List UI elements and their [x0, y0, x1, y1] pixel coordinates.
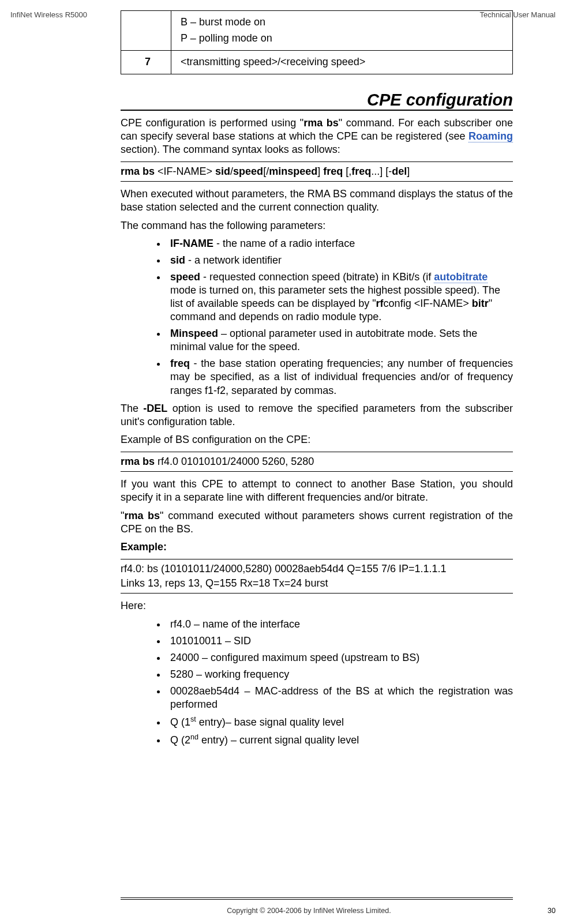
output-list: rf4.0 – name of the interface 101010011 … — [121, 618, 513, 747]
out-q2: Q (2nd entry) – current signal quality l… — [167, 733, 513, 747]
page-content: B – burst mode on P – polling mode on 7 … — [121, 10, 556, 752]
cmd-output-line-2: Links 13, reps 13, Q=155 Rx=18 Tx=24 bur… — [121, 576, 513, 591]
param-freq: freq - the base station operating freque… — [167, 357, 513, 397]
page-number: 30 — [548, 907, 556, 915]
para-2: When executed without parameters, the RM… — [121, 187, 513, 215]
para-4: The -DEL option is used to remove the sp… — [121, 402, 513, 429]
footer-copyright: Copyright © 2004-2006 by InfiNet Wireles… — [0, 907, 566, 915]
out-mac: 00028aeb54d4 – MAC-address of the BS at … — [167, 685, 513, 711]
p1e: section). The command syntax looks as fo… — [121, 144, 340, 155]
para-9: Here: — [121, 599, 513, 613]
out-freq: 5280 – working frequency — [167, 668, 513, 681]
row0-text1: B – burst mode on — [181, 14, 507, 31]
section-title: CPE configuration — [121, 91, 513, 111]
command-syntax-1: rma bs <IF-NAME> sid/speed[/minspeed] fr… — [121, 161, 513, 182]
row0-col0 — [121, 11, 171, 51]
autobitrate-link[interactable]: autobitrate — [434, 271, 488, 283]
row1-col0: 7 — [121, 50, 171, 74]
command-output: rf4.0: bs (10101011/24000,5280) 00028aeb… — [121, 559, 513, 594]
param-list: IF-NAME - the name of a radio interface … — [121, 237, 513, 397]
out-sid: 101010011 – SID — [167, 634, 513, 648]
param-speed: speed - requested connection speed (bitr… — [167, 271, 513, 324]
out-speed: 24000 – configured maximum speed (upstre… — [167, 651, 513, 664]
row0-col1: B – burst mode on P – polling mode on — [171, 11, 513, 51]
p1b: rma bs — [303, 117, 339, 129]
para-1: CPE configuration is performed using "rm… — [121, 117, 513, 157]
row1-col1: <transmitting speed>/<receiving speed> — [171, 50, 513, 74]
header-left: InfiNet Wireless R5000 — [10, 10, 87, 19]
mode-table: B – burst mode on P – polling mode on 7 … — [121, 10, 513, 74]
param-minspeed: Minspeed – optional parameter used in au… — [167, 327, 513, 354]
p1a: CPE configuration is performed using " — [121, 117, 303, 129]
footer-rule — [121, 897, 513, 900]
cmd-output-line-1: rf4.0: bs (10101011/24000,5280) 00028aeb… — [121, 562, 513, 576]
para-7: "rma bs" command executed without parame… — [121, 509, 513, 536]
para-6: If you want this CPE to attempt to conne… — [121, 478, 513, 505]
para-8: Example: — [121, 540, 513, 554]
row0-text2: P – polling mode on — [181, 31, 507, 47]
param-ifname: IF-NAME - the name of a radio interface — [167, 237, 513, 250]
out-rf: rf4.0 – name of the interface — [167, 618, 513, 631]
param-sid: sid - a network identifier — [167, 254, 513, 267]
para-3: The command has the following parameters… — [121, 219, 513, 232]
roaming-link[interactable]: Roaming — [468, 130, 513, 142]
para-5: Example of BS configuration on the CPE: — [121, 433, 513, 446]
out-q1: Q (1st entry)– base signal quality level — [167, 715, 513, 729]
command-example-1: rma bs rf4.0 01010101/24000 5260, 5280 — [121, 452, 513, 472]
